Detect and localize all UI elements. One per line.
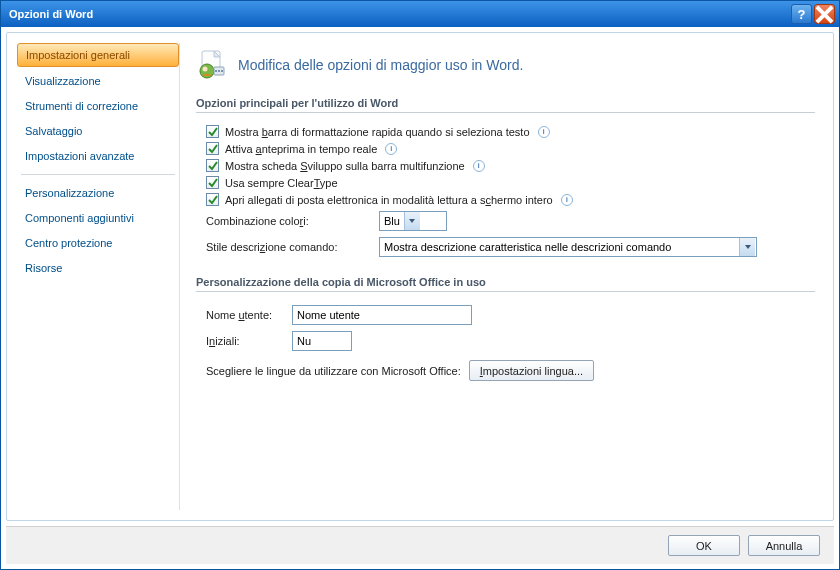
checkbox-label: Apri allegati di posta elettronica in mo… [225,194,553,206]
sidebar-item-proofing[interactable]: Strumenti di correzione [17,95,179,117]
sidebar-item-advanced[interactable]: Impostazioni avanzate [17,145,179,167]
info-icon[interactable]: i [538,126,550,138]
info-icon[interactable]: i [561,194,573,206]
main-panel: Modifica delle opzioni di maggior uso in… [188,43,823,510]
options-dialog: Opzioni di Word ? Impostazioni generali … [0,0,840,570]
sidebar-divider [21,174,175,175]
page-subtitle: Modifica delle opzioni di maggior uso in… [238,57,523,73]
color-scheme-label: Combinazione colori: [206,215,371,227]
chevron-down-icon [739,238,755,256]
username-label: Nome utente: [206,309,284,321]
initials-input[interactable]: Nu [292,331,352,351]
window-title: Opzioni di Word [9,8,791,20]
info-icon[interactable]: i [473,160,485,172]
chevron-down-icon [404,212,420,230]
sidebar-item-addins[interactable]: Componenti aggiuntivi [17,207,179,229]
cancel-button[interactable]: Annulla [748,535,820,556]
sidebar-item-general[interactable]: Impostazioni generali [17,43,179,67]
category-sidebar: Impostazioni generali Visualizzazione St… [17,43,180,510]
sidebar-item-display[interactable]: Visualizzazione [17,70,179,92]
info-icon[interactable]: i [385,143,397,155]
sidebar-item-resources[interactable]: Risorse [17,257,179,279]
sidebar-item-trust[interactable]: Centro protezione [17,232,179,254]
checkbox-fullscreen-reading[interactable] [206,193,219,206]
checkbox-live-preview[interactable] [206,142,219,155]
dialog-footer: OK Annulla [6,526,834,564]
initials-label: Iniziali: [206,335,284,347]
svg-point-5 [218,70,220,72]
screentip-select[interactable]: Mostra descrizione caratteristica nelle … [379,237,757,257]
titlebar: Opzioni di Word ? [1,1,839,27]
svg-point-2 [203,67,208,72]
checkbox-cleartype[interactable] [206,176,219,189]
svg-point-6 [221,70,223,72]
section-header-personalize: Personalizzazione della copia di Microso… [196,274,815,292]
close-button[interactable] [814,4,835,24]
screentip-label: Stile descrizione comando: [206,241,371,253]
page-header-icon [196,49,228,81]
checkbox-developer-tab[interactable] [206,159,219,172]
section-header-main-options: Opzioni principali per l'utilizzo di Wor… [196,95,815,113]
checkbox-label: Mostra scheda Sviluppo sulla barra multi… [225,160,465,172]
language-label: Scegliere le lingue da utilizzare con Mi… [206,365,461,377]
checkbox-mini-toolbar[interactable] [206,125,219,138]
help-button[interactable]: ? [791,4,812,24]
ok-button[interactable]: OK [668,535,740,556]
sidebar-item-save[interactable]: Salvataggio [17,120,179,142]
svg-point-4 [215,70,217,72]
color-scheme-select[interactable]: Blu [379,211,447,231]
sidebar-item-customize[interactable]: Personalizzazione [17,182,179,204]
username-input[interactable]: Nome utente [292,305,472,325]
language-settings-button[interactable]: Impostazioni lingua... [469,360,594,381]
checkbox-label: Mostra barra di formattazione rapida qua… [225,126,530,138]
checkbox-label: Attiva anteprima in tempo reale [225,143,377,155]
checkbox-label: Usa sempre ClearType [225,177,338,189]
